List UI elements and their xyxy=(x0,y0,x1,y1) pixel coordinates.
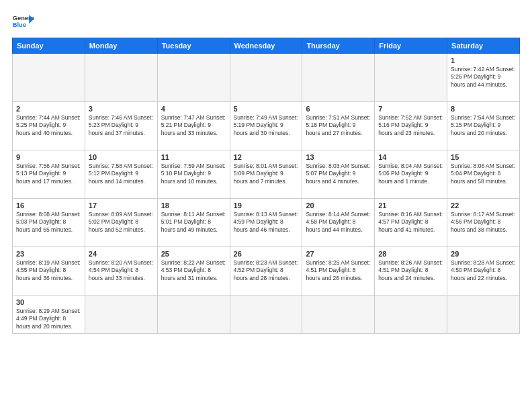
day-info: Sunrise: 7:51 AM Sunset: 5:18 PM Dayligh… xyxy=(306,114,371,137)
weekday-monday: Monday xyxy=(85,38,157,54)
day-number: 13 xyxy=(306,153,371,161)
calendar-cell: 19Sunrise: 8:13 AM Sunset: 4:59 PM Dayli… xyxy=(230,199,302,247)
calendar-cell xyxy=(230,54,302,102)
day-info: Sunrise: 7:46 AM Sunset: 5:23 PM Dayligh… xyxy=(89,114,154,137)
calendar-cell: 29Sunrise: 8:28 AM Sunset: 4:50 PM Dayli… xyxy=(447,247,520,295)
calendar-cell: 8Sunrise: 7:54 AM Sunset: 5:15 PM Daylig… xyxy=(447,102,520,150)
day-info: Sunrise: 7:52 AM Sunset: 5:16 PM Dayligh… xyxy=(378,114,443,137)
day-info: Sunrise: 7:58 AM Sunset: 5:12 PM Dayligh… xyxy=(89,163,154,185)
day-number: 5 xyxy=(234,105,299,113)
calendar-cell: 3Sunrise: 7:46 AM Sunset: 5:23 PM Daylig… xyxy=(85,102,157,150)
calendar-cell: 2Sunrise: 7:44 AM Sunset: 5:25 PM Daylig… xyxy=(13,102,85,150)
page-header: General Blue xyxy=(12,12,520,31)
day-number: 6 xyxy=(306,105,371,113)
calendar-cell: 24Sunrise: 8:20 AM Sunset: 4:54 PM Dayli… xyxy=(85,247,157,295)
calendar-cell: 20Sunrise: 8:14 AM Sunset: 4:58 PM Dayli… xyxy=(302,199,375,247)
day-number: 18 xyxy=(161,201,226,210)
day-info: Sunrise: 8:08 AM Sunset: 5:03 PM Dayligh… xyxy=(16,211,81,234)
day-number: 25 xyxy=(161,250,226,258)
day-info: Sunrise: 7:54 AM Sunset: 5:15 PM Dayligh… xyxy=(451,114,516,137)
calendar-cell: 4Sunrise: 7:47 AM Sunset: 5:21 PM Daylig… xyxy=(157,102,230,150)
calendar-cell: 11Sunrise: 7:59 AM Sunset: 5:10 PM Dayli… xyxy=(157,150,230,199)
calendar-cell: 25Sunrise: 8:22 AM Sunset: 4:53 PM Dayli… xyxy=(157,247,230,295)
day-info: Sunrise: 8:14 AM Sunset: 4:58 PM Dayligh… xyxy=(306,211,371,234)
day-number: 22 xyxy=(451,201,516,210)
logo-icon: General Blue xyxy=(12,12,34,31)
calendar-cell: 1Sunrise: 7:42 AM Sunset: 5:26 PM Daylig… xyxy=(447,54,520,102)
day-info: Sunrise: 8:04 AM Sunset: 5:06 PM Dayligh… xyxy=(378,163,443,185)
calendar-cell: 15Sunrise: 8:06 AM Sunset: 5:04 PM Dayli… xyxy=(447,150,520,199)
day-number: 23 xyxy=(16,250,81,258)
day-info: Sunrise: 8:22 AM Sunset: 4:53 PM Dayligh… xyxy=(161,259,226,282)
day-info: Sunrise: 8:16 AM Sunset: 4:57 PM Dayligh… xyxy=(378,211,443,234)
day-number: 14 xyxy=(378,153,443,161)
calendar-cell: 16Sunrise: 8:08 AM Sunset: 5:03 PM Dayli… xyxy=(13,199,85,247)
calendar-cell xyxy=(302,54,375,102)
calendar-cell: 6Sunrise: 7:51 AM Sunset: 5:18 PM Daylig… xyxy=(302,102,375,150)
weekday-sunday: Sunday xyxy=(13,38,85,54)
day-info: Sunrise: 8:01 AM Sunset: 5:09 PM Dayligh… xyxy=(234,163,299,185)
day-number: 15 xyxy=(451,153,516,161)
weekday-saturday: Saturday xyxy=(447,38,520,54)
calendar-cell xyxy=(447,295,520,334)
calendar-cell xyxy=(157,54,230,102)
svg-text:Blue: Blue xyxy=(13,21,26,28)
calendar-cell: 22Sunrise: 8:17 AM Sunset: 4:56 PM Dayli… xyxy=(447,199,520,247)
weekday-header-row: SundayMondayTuesdayWednesdayThursdayFrid… xyxy=(13,38,520,54)
day-number: 12 xyxy=(234,153,299,161)
day-number: 3 xyxy=(89,105,154,113)
day-info: Sunrise: 8:25 AM Sunset: 4:51 PM Dayligh… xyxy=(306,259,371,282)
weekday-thursday: Thursday xyxy=(302,38,375,54)
day-info: Sunrise: 8:19 AM Sunset: 4:55 PM Dayligh… xyxy=(16,259,81,282)
day-number: 28 xyxy=(378,250,443,258)
weekday-friday: Friday xyxy=(375,38,447,54)
logo: General Blue xyxy=(12,12,34,31)
day-number: 30 xyxy=(16,298,81,306)
day-number: 4 xyxy=(161,105,226,113)
day-number: 16 xyxy=(16,201,81,210)
day-info: Sunrise: 8:11 AM Sunset: 5:01 PM Dayligh… xyxy=(161,211,226,234)
day-number: 21 xyxy=(378,201,443,210)
week-row-2: 2Sunrise: 7:44 AM Sunset: 5:25 PM Daylig… xyxy=(13,102,520,150)
day-info: Sunrise: 7:59 AM Sunset: 5:10 PM Dayligh… xyxy=(161,163,226,185)
calendar: SundayMondayTuesdayWednesdayThursdayFrid… xyxy=(12,38,520,334)
calendar-cell: 13Sunrise: 8:03 AM Sunset: 5:07 PM Dayli… xyxy=(302,150,375,199)
day-info: Sunrise: 8:17 AM Sunset: 4:56 PM Dayligh… xyxy=(451,211,516,234)
day-info: Sunrise: 8:29 AM Sunset: 4:49 PM Dayligh… xyxy=(16,308,81,330)
calendar-cell: 17Sunrise: 8:09 AM Sunset: 5:02 PM Dayli… xyxy=(85,199,157,247)
day-info: Sunrise: 8:09 AM Sunset: 5:02 PM Dayligh… xyxy=(89,211,154,234)
day-info: Sunrise: 8:23 AM Sunset: 4:52 PM Dayligh… xyxy=(234,259,299,282)
day-number: 8 xyxy=(451,105,516,113)
calendar-cell xyxy=(85,295,157,334)
weekday-wednesday: Wednesday xyxy=(230,38,302,54)
calendar-cell: 30Sunrise: 8:29 AM Sunset: 4:49 PM Dayli… xyxy=(13,295,85,334)
weekday-tuesday: Tuesday xyxy=(157,38,230,54)
day-info: Sunrise: 8:03 AM Sunset: 5:07 PM Dayligh… xyxy=(306,163,371,185)
calendar-cell: 5Sunrise: 7:49 AM Sunset: 5:19 PM Daylig… xyxy=(230,102,302,150)
day-number: 26 xyxy=(234,250,299,258)
day-number: 29 xyxy=(451,250,516,258)
calendar-cell xyxy=(375,295,447,334)
day-info: Sunrise: 7:49 AM Sunset: 5:19 PM Dayligh… xyxy=(234,114,299,137)
calendar-cell: 27Sunrise: 8:25 AM Sunset: 4:51 PM Dayli… xyxy=(302,247,375,295)
day-info: Sunrise: 8:13 AM Sunset: 4:59 PM Dayligh… xyxy=(234,211,299,234)
week-row-3: 9Sunrise: 7:56 AM Sunset: 5:13 PM Daylig… xyxy=(13,150,520,199)
day-number: 9 xyxy=(16,153,81,161)
day-info: Sunrise: 7:47 AM Sunset: 5:21 PM Dayligh… xyxy=(161,114,226,137)
calendar-cell: 9Sunrise: 7:56 AM Sunset: 5:13 PM Daylig… xyxy=(13,150,85,199)
day-number: 10 xyxy=(89,153,154,161)
day-info: Sunrise: 7:42 AM Sunset: 5:26 PM Dayligh… xyxy=(451,66,516,89)
day-number: 19 xyxy=(234,201,299,210)
calendar-cell: 12Sunrise: 8:01 AM Sunset: 5:09 PM Dayli… xyxy=(230,150,302,199)
day-number: 11 xyxy=(161,153,226,161)
calendar-cell xyxy=(230,295,302,334)
calendar-cell: 23Sunrise: 8:19 AM Sunset: 4:55 PM Dayli… xyxy=(13,247,85,295)
calendar-cell: 21Sunrise: 8:16 AM Sunset: 4:57 PM Dayli… xyxy=(375,199,447,247)
day-info: Sunrise: 8:20 AM Sunset: 4:54 PM Dayligh… xyxy=(89,259,154,282)
week-row-6: 30Sunrise: 8:29 AM Sunset: 4:49 PM Dayli… xyxy=(13,295,520,334)
day-number: 7 xyxy=(378,105,443,113)
calendar-cell: 18Sunrise: 8:11 AM Sunset: 5:01 PM Dayli… xyxy=(157,199,230,247)
week-row-5: 23Sunrise: 8:19 AM Sunset: 4:55 PM Dayli… xyxy=(13,247,520,295)
calendar-cell: 14Sunrise: 8:04 AM Sunset: 5:06 PM Dayli… xyxy=(375,150,447,199)
calendar-cell: 26Sunrise: 8:23 AM Sunset: 4:52 PM Dayli… xyxy=(230,247,302,295)
